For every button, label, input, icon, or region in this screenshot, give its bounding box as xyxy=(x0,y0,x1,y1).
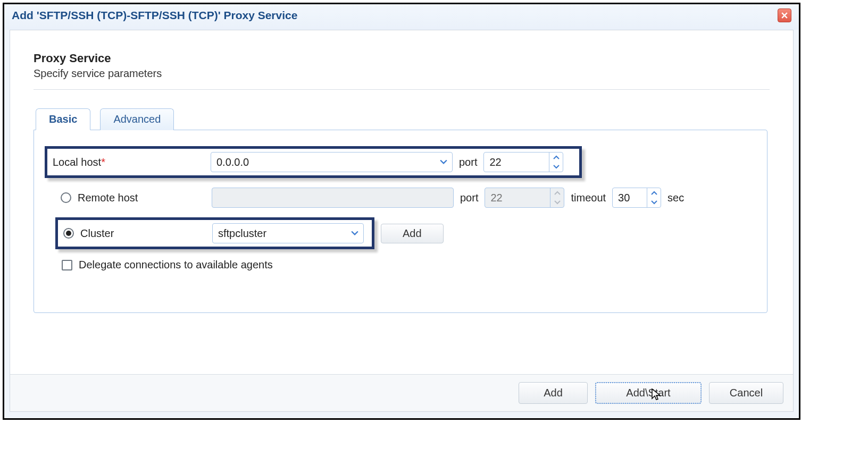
remote-port-input xyxy=(485,188,550,207)
chevron-up-icon xyxy=(651,191,657,195)
section-subtitle: Specify service parameters xyxy=(34,67,770,80)
cluster-combo[interactable] xyxy=(212,223,364,243)
dialog-title: Add 'SFTP/SSH (TCP)-SFTP/SSH (TCP)' Prox… xyxy=(12,9,297,22)
spin-down[interactable] xyxy=(647,198,661,207)
dialog-body: Proxy Service Specify service parameters… xyxy=(10,30,794,412)
section-header: Proxy Service Specify service parameters xyxy=(34,52,770,80)
remote-host-input-wrap xyxy=(212,188,454,208)
close-icon xyxy=(781,12,788,19)
timeout-label: timeout xyxy=(571,192,606,204)
remote-host-input xyxy=(212,188,453,207)
cluster-radio[interactable] xyxy=(63,228,74,239)
divider xyxy=(34,89,770,90)
spin-up xyxy=(550,188,564,198)
cancel-button[interactable]: Cancel xyxy=(709,382,783,404)
highlight-local-host: Local host* port xyxy=(45,146,582,178)
delegate-label: Delegate connections to available agents xyxy=(79,259,273,271)
dialog-window: Add 'SFTP/SSH (TCP)-SFTP/SSH (TCP)' Prox… xyxy=(3,3,800,420)
local-port-spinner[interactable] xyxy=(483,152,563,172)
local-port-label: port xyxy=(459,156,477,168)
spin-down[interactable] xyxy=(549,162,563,172)
chevron-down-icon xyxy=(554,200,561,205)
local-host-label: Local host* xyxy=(53,156,204,168)
add-cluster-button[interactable]: Add xyxy=(381,224,444,243)
chevron-down-icon xyxy=(651,200,657,205)
timeout-input[interactable] xyxy=(613,188,647,207)
chevron-down-icon xyxy=(553,165,560,169)
spin-down xyxy=(550,198,564,207)
local-host-combo[interactable] xyxy=(211,152,453,172)
cluster-dropdown[interactable] xyxy=(346,224,363,243)
cluster-input[interactable] xyxy=(213,224,346,243)
row-local-host: Local host* port xyxy=(45,146,756,178)
remote-port-label: port xyxy=(460,192,478,204)
remote-host-label: Remote host xyxy=(78,192,205,204)
spin-buttons xyxy=(550,188,564,207)
row-delegate: Delegate connections to available agents xyxy=(62,259,756,271)
delegate-checkbox[interactable] xyxy=(62,260,72,270)
chevron-down-icon xyxy=(440,158,447,166)
section-title: Proxy Service xyxy=(34,52,770,65)
spin-buttons xyxy=(647,188,661,207)
tab-basic[interactable]: Basic xyxy=(36,108,90,130)
title-bar: Add 'SFTP/SSH (TCP)-SFTP/SSH (TCP)' Prox… xyxy=(4,4,799,30)
spin-up[interactable] xyxy=(549,153,563,162)
remote-host-radio[interactable] xyxy=(61,192,71,203)
tab-advanced[interactable]: Advanced xyxy=(100,108,174,130)
dialog-footer: Add Add\Start Cancel xyxy=(10,374,793,411)
timeout-spinner[interactable] xyxy=(612,188,661,208)
sec-label: sec xyxy=(667,192,684,204)
row-cluster: Cluster Add xyxy=(55,217,756,249)
radio-dot xyxy=(66,231,71,236)
chevron-up-icon xyxy=(554,191,561,195)
chevron-up-icon xyxy=(553,155,560,159)
remote-port-spinner xyxy=(485,188,564,208)
cluster-label: Cluster xyxy=(80,227,206,240)
tabs: Basic Advanced xyxy=(36,108,770,130)
add-start-button[interactable]: Add\Start xyxy=(595,382,702,404)
row-remote-host: Remote host port timeout xyxy=(61,188,756,208)
add-button[interactable]: Add xyxy=(519,382,588,404)
chevron-down-icon xyxy=(351,230,358,237)
close-button[interactable] xyxy=(778,9,791,22)
required-asterisk: * xyxy=(101,156,105,168)
local-host-dropdown[interactable] xyxy=(435,153,452,172)
tab-panel-basic: Local host* port xyxy=(34,130,767,313)
local-host-input[interactable] xyxy=(211,153,435,172)
local-port-input[interactable] xyxy=(484,153,549,172)
spin-buttons xyxy=(549,153,563,172)
spin-up[interactable] xyxy=(647,188,661,198)
highlight-cluster: Cluster xyxy=(55,217,374,249)
